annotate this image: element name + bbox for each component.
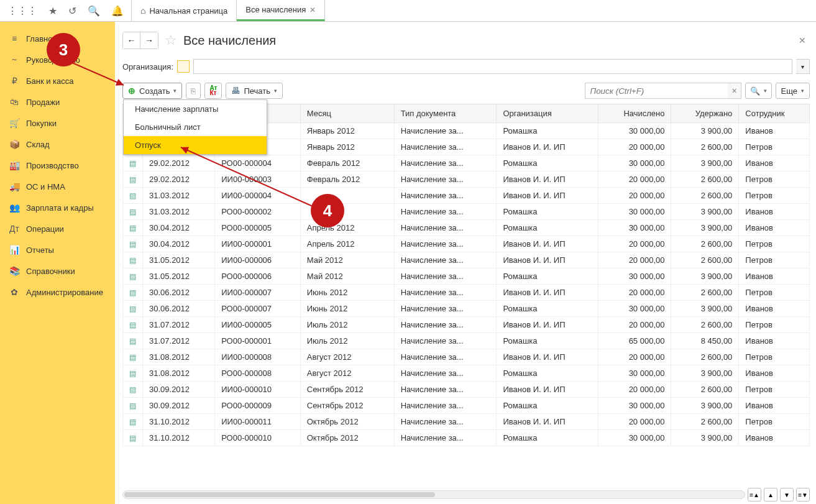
cell-org: Ромашка [497,430,598,446]
sidebar-item-3[interactable]: 🛍Продажи [0,91,115,112]
content: ← → ☆ Все начисления ✕ Организация: ▾ ⊕ … [115,22,816,504]
row-icon: ▤ [123,317,143,333]
cell-type: Начисление за... [394,268,497,285]
sidebar-item-9[interactable]: ДтОперации [0,218,115,239]
col-4[interactable]: Тип документа [394,104,497,123]
cell-ded: 2 600,00 [671,285,739,301]
tab-close-icon[interactable]: ✕ [309,6,316,14]
cell-month: Август 2012 [300,349,394,365]
cell-num: ИИ00-000007 [215,285,301,301]
search-icon[interactable]: 🔍 [88,5,100,17]
sidebar-item-6[interactable]: 🏭Производство [0,155,115,176]
apps-icon[interactable]: ⋮⋮⋮ [7,5,37,17]
history-icon[interactable]: ↺ [68,5,76,17]
col-5[interactable]: Организация [497,104,598,123]
sidebar-item-11[interactable]: 📚Справочники [0,260,115,282]
cell-acc: 20 000,00 [598,317,671,333]
table-row[interactable]: ▤31.03.2012ИИ00-000004Начисление за...Ив… [123,188,810,204]
cell-num: РО00-000005 [215,220,301,236]
scroll-up-button[interactable]: ▲ [764,488,777,502]
cell-date: 30.06.2012 [143,285,215,301]
row-icon: ▤ [123,349,143,365]
cell-ded: 2 600,00 [671,172,739,188]
document-icon: ▤ [129,337,136,346]
cell-type: Начисление за... [394,365,497,382]
more-button[interactable]: Еще▾ [776,83,810,99]
table-row[interactable]: ▤31.03.2012РО00-000002Начисление за...Ро… [123,204,810,220]
cell-emp: Иванов [739,398,810,414]
print-button[interactable]: 🖶 Печать ▾ [226,83,283,99]
table-row[interactable]: ▤31.07.2012РО00-000001Июль 2012Начислени… [123,333,810,349]
table-row[interactable]: ▤31.10.2012ИИ00-000011Октябрь 2012Начисл… [123,414,810,430]
cell-org: Иванов И. И. ИП [497,252,598,268]
scroll-bottom-button[interactable]: ≡▼ [796,488,810,502]
clear-search-icon[interactable]: ✕ [728,83,741,99]
star-icon[interactable]: ★ [48,5,57,17]
table-row[interactable]: ▤30.09.2012РО00-000009Сентябрь 2012Начис… [123,398,810,414]
cell-date: 29.02.2012 [143,172,215,188]
table-row[interactable]: ▤30.09.2012ИИ00-000010Сентябрь 2012Начис… [123,382,810,398]
sidebar-label: Продажи [26,98,60,107]
table-row[interactable]: ▤29.02.2012РО00-000004Февраль 2012Начисл… [123,155,810,172]
table-row[interactable]: ▤31.05.2012РО00-000006Май 2012Начисление… [123,268,810,285]
sidebar-item-2[interactable]: ₽Банк и касса [0,70,115,91]
forward-button[interactable]: → [140,32,158,48]
dtkt-button[interactable]: АтКт [204,83,222,99]
cell-emp: Петров [739,188,810,204]
tab-home[interactable]: ⌂ Начальная страница [132,0,237,21]
org-input[interactable] [193,59,792,74]
cell-emp: Иванов [739,204,810,220]
create-menu-item-0[interactable]: Начисление зарплаты [124,100,267,118]
accruals-table: ДатаНомерМесяцТип документаОрганизацияНа… [122,104,810,446]
table-row[interactable]: ▤31.08.2012ИИ00-000008Август 2012Начисле… [123,349,810,365]
cell-month: Июнь 2012 [300,301,394,317]
table-row[interactable]: ▤30.04.2012РО00-000005Апрель 2012Начисле… [123,220,810,236]
sidebar-item-5[interactable]: 📦Склад [0,134,115,155]
search-button[interactable]: 🔍▾ [745,83,772,99]
table-row[interactable]: ▤31.10.2012РО00-000010Октябрь 2012Начисл… [123,430,810,446]
org-check[interactable] [177,60,190,73]
table-row[interactable]: ▤31.08.2012РО00-000008Август 2012Начисле… [123,365,810,382]
col-7[interactable]: Удержано [671,104,739,123]
scroll-top-button[interactable]: ≡▲ [748,488,761,502]
sidebar-item-8[interactable]: 👥Зарплата и кадры [0,197,115,218]
create-menu-item-2[interactable]: Отпуск [124,136,267,154]
cell-num: ИИ00-000008 [215,349,301,365]
col-6[interactable]: Начислено [598,104,671,123]
sidebar-icon: 📦 [9,139,20,149]
close-page-icon[interactable]: ✕ [799,35,810,45]
table-row[interactable]: ▤30.06.2012ИИ00-000007Июнь 2012Начислени… [123,285,810,301]
table-row[interactable]: ▤31.07.2012ИИ00-000005Июль 2012Начислени… [123,317,810,333]
icon-strip: ⋮⋮⋮ ★ ↺ 🔍 🔔 [0,0,132,21]
search-input[interactable] [585,83,728,99]
table-row[interactable]: ▤29.02.2012ИИ00-000003Февраль 2012Начисл… [123,172,810,188]
org-dropdown-icon[interactable]: ▾ [796,59,810,74]
col-3[interactable]: Месяц [300,104,394,123]
create-menu-item-1[interactable]: Больничный лист [124,118,267,136]
cell-month: Октябрь 2012 [300,414,394,430]
bell-icon[interactable]: 🔔 [111,5,124,17]
cell-type: Начисление за... [394,349,497,365]
document-icon: ▤ [129,288,136,297]
cell-type: Начисление за... [394,301,497,317]
table-row[interactable]: ▤30.04.2012ИИ00-000001Апрель 2012Начисле… [123,236,810,252]
cell-type: Начисление за... [394,333,497,349]
cell-ded: 2 600,00 [671,139,739,155]
sidebar-item-10[interactable]: 📊Отчеты [0,239,115,260]
copy-button[interactable]: ⎘ [186,83,201,99]
horizontal-scrollbar[interactable] [122,490,745,499]
chevron-down-icon: ▾ [801,88,804,94]
back-button[interactable]: ← [123,32,140,48]
table-row[interactable]: ▤30.06.2012РО00-000007Июнь 2012Начислени… [123,301,810,317]
cell-type: Начисление за... [394,220,497,236]
print-icon: 🖶 [231,86,240,96]
favorite-icon[interactable]: ☆ [165,32,177,48]
create-button[interactable]: ⊕ Создать ▾ Начисление зарплатыБольничны… [122,83,182,99]
col-8[interactable]: Сотрудник [739,104,810,123]
sidebar-item-4[interactable]: 🛒Покупки [0,112,115,134]
scroll-down-button[interactable]: ▼ [780,488,794,502]
tab-all-accruals[interactable]: Все начисления ✕ [237,0,325,21]
sidebar-item-12[interactable]: ✿Администрирование [0,282,115,303]
sidebar-item-7[interactable]: 🚚ОС и НМА [0,176,115,197]
table-row[interactable]: ▤31.05.2012ИИ00-000006Май 2012Начисление… [123,252,810,268]
